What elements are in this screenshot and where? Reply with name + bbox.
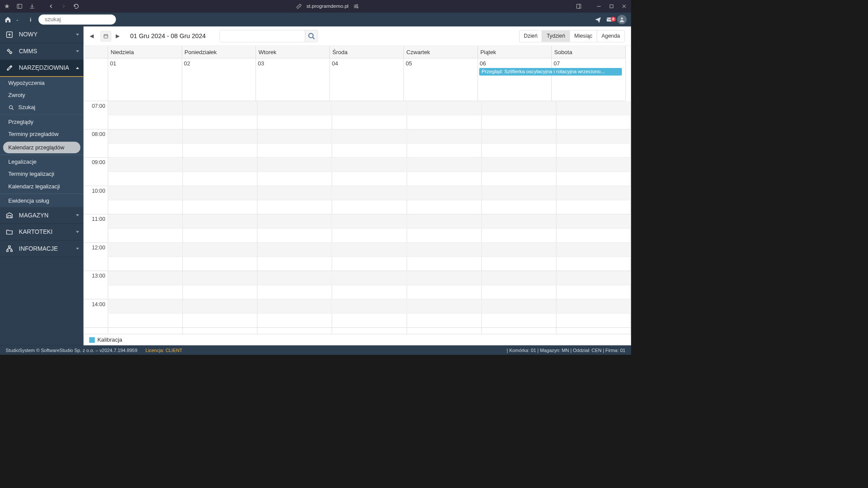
- app-menu-icon[interactable]: [4, 3, 10, 10]
- time-slot[interactable]: [108, 243, 182, 257]
- time-slot[interactable]: [257, 115, 332, 129]
- download-icon[interactable]: [29, 3, 36, 10]
- window-minimize-icon[interactable]: [596, 3, 602, 10]
- time-slot[interactable]: [183, 214, 257, 229]
- window-maximize-icon[interactable]: [608, 3, 615, 10]
- time-slot[interactable]: [481, 299, 556, 313]
- time-slot[interactable]: [108, 214, 182, 229]
- mail-icon[interactable]: 8: [606, 16, 613, 23]
- time-slot[interactable]: [332, 299, 407, 313]
- tune-icon[interactable]: [353, 3, 359, 10]
- time-slot[interactable]: [556, 299, 631, 313]
- time-slot[interactable]: [108, 299, 182, 313]
- time-slot[interactable]: [481, 144, 556, 158]
- next-week-button[interactable]: ▶: [116, 33, 122, 39]
- time-slot[interactable]: [481, 271, 556, 285]
- time-slot[interactable]: [481, 172, 556, 186]
- time-slot[interactable]: [407, 144, 481, 158]
- sidebar-toggle-icon[interactable]: [16, 3, 23, 10]
- menu-narzedziownia[interactable]: NARZĘDZIOWNIA: [0, 60, 84, 77]
- time-slot[interactable]: [257, 313, 332, 328]
- time-slot[interactable]: [407, 200, 481, 214]
- time-slot[interactable]: [183, 299, 257, 313]
- time-slot[interactable]: [481, 101, 556, 115]
- time-slot[interactable]: [407, 186, 481, 200]
- time-slot[interactable]: [257, 158, 332, 172]
- time-slot[interactable]: [481, 313, 556, 328]
- time-slot[interactable]: [332, 200, 407, 214]
- time-slot[interactable]: [108, 313, 182, 328]
- time-slot[interactable]: [556, 158, 631, 172]
- sidebar-item-szukaj[interactable]: Szukaj: [0, 101, 84, 113]
- sidebar-item-przeglady[interactable]: Przeglądy: [0, 116, 84, 128]
- time-slot[interactable]: [183, 313, 257, 328]
- allday-cell[interactable]: 05: [404, 58, 478, 100]
- time-slot[interactable]: [556, 257, 631, 271]
- allday-cell[interactable]: 04: [330, 58, 404, 100]
- time-slot[interactable]: [481, 200, 556, 214]
- time-slot[interactable]: [481, 257, 556, 271]
- time-slot[interactable]: [332, 243, 407, 257]
- time-slot[interactable]: [332, 271, 407, 285]
- calendar-search-input[interactable]: [220, 30, 305, 42]
- time-slot[interactable]: [108, 144, 182, 158]
- sidebar-item-terminy-legalizacji[interactable]: Terminy legalizacji: [0, 168, 84, 180]
- allday-cell[interactable]: 07: [552, 58, 626, 100]
- browser-url[interactable]: st.programdemo.pl: [306, 3, 348, 9]
- time-slot[interactable]: [108, 172, 182, 186]
- time-slot[interactable]: [407, 129, 481, 144]
- time-slot[interactable]: [257, 299, 332, 313]
- time-slot[interactable]: [332, 313, 407, 328]
- time-slot[interactable]: [183, 115, 257, 129]
- time-slot[interactable]: [108, 129, 182, 144]
- time-slot[interactable]: [183, 186, 257, 200]
- time-slot[interactable]: [183, 243, 257, 257]
- time-slot[interactable]: [407, 299, 481, 313]
- time-slot[interactable]: [556, 214, 631, 229]
- global-search[interactable]: [39, 14, 116, 24]
- time-slot[interactable]: [556, 200, 631, 214]
- time-slot[interactable]: [108, 229, 182, 243]
- sidebar-item-wypozyczenia[interactable]: Wypożyczenia: [0, 77, 84, 89]
- time-slot[interactable]: [407, 285, 481, 300]
- plane-icon[interactable]: [595, 16, 601, 23]
- time-slot[interactable]: [257, 172, 332, 186]
- time-slot[interactable]: [257, 101, 332, 115]
- time-slot[interactable]: [108, 257, 182, 271]
- time-slot[interactable]: [556, 186, 631, 200]
- user-avatar[interactable]: [617, 15, 627, 24]
- time-slot[interactable]: [332, 144, 407, 158]
- time-slot[interactable]: [407, 243, 481, 257]
- time-slot[interactable]: [108, 200, 182, 214]
- calendar-search-button[interactable]: [305, 30, 318, 42]
- time-slot[interactable]: [481, 285, 556, 300]
- time-slot[interactable]: [257, 200, 332, 214]
- time-slot[interactable]: [407, 229, 481, 243]
- menu-nowy[interactable]: NOWY: [0, 26, 84, 43]
- time-slot[interactable]: [556, 271, 631, 285]
- reload-icon[interactable]: [73, 3, 80, 10]
- time-slot[interactable]: [183, 158, 257, 172]
- time-slot[interactable]: [481, 214, 556, 229]
- time-slot[interactable]: [257, 285, 332, 300]
- time-slot[interactable]: [556, 172, 631, 186]
- time-slot[interactable]: [108, 285, 182, 300]
- time-slot[interactable]: [257, 243, 332, 257]
- time-slot[interactable]: [183, 129, 257, 144]
- nav-back-icon[interactable]: [48, 3, 55, 10]
- time-slot[interactable]: [108, 158, 182, 172]
- time-slot[interactable]: [257, 186, 332, 200]
- time-slot[interactable]: [108, 186, 182, 200]
- time-slot[interactable]: [556, 229, 631, 243]
- prev-week-button[interactable]: ◀: [90, 33, 96, 39]
- menu-informacje[interactable]: INFORMACJE: [0, 240, 84, 257]
- calendar-body-scroll[interactable]: 07:0008:0009:0010:0011:0012:0013:0014:00: [84, 101, 631, 334]
- time-slot[interactable]: [108, 271, 182, 285]
- time-slot[interactable]: [407, 313, 481, 328]
- today-button[interactable]: [101, 31, 111, 42]
- sidebar-item-kalendarz-przegladow[interactable]: Kalendarz przeglądów: [3, 142, 80, 153]
- indent-icon[interactable]: [16, 16, 23, 23]
- time-slot[interactable]: [257, 257, 332, 271]
- time-slot[interactable]: [332, 257, 407, 271]
- time-slot[interactable]: [407, 115, 481, 129]
